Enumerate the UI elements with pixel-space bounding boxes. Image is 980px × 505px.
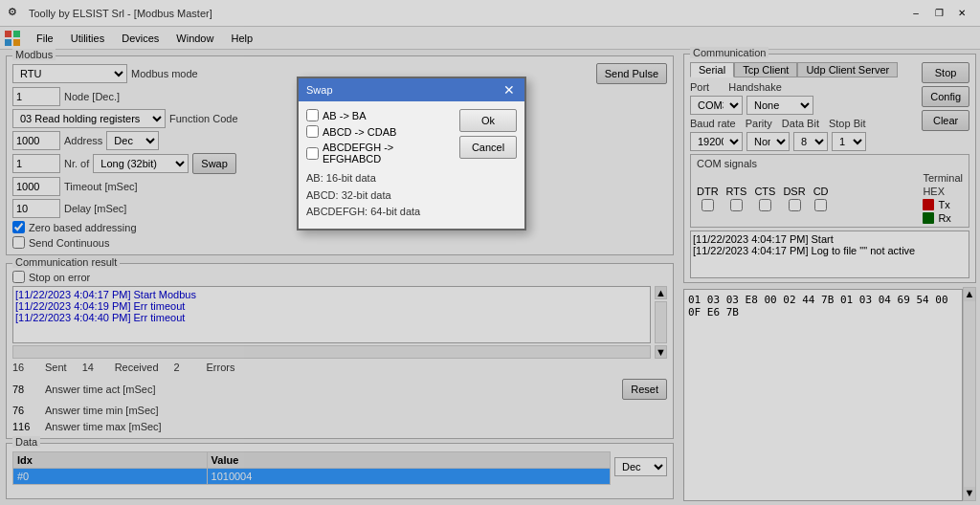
swap-label-2: ABCDEFGH -> EFGHABCD (323, 142, 448, 165)
dialog-options: AB -> BA ABCD -> CDAB ABCDEFGH -> EFGHAB… (306, 109, 448, 221)
swap-label-1: ABCD -> CDAB (323, 126, 396, 138)
swap-dialog: Swap ✕ AB -> BA ABCD -> CDAB ABCDEFGH (297, 77, 526, 231)
dialog-overlay: Swap ✕ AB -> BA ABCD -> CDAB ABCDEFGH (0, 0, 980, 505)
swap-option-0: AB -> BA (306, 109, 448, 121)
swap-label-0: AB -> BA (323, 110, 367, 121)
dialog-body: AB -> BA ABCD -> CDAB ABCDEFGH -> EFGHAB… (299, 101, 524, 229)
cancel-button[interactable]: Cancel (459, 136, 517, 159)
ok-button[interactable]: Ok (459, 109, 517, 132)
swap-checkbox-0[interactable] (306, 109, 319, 121)
swap-option-2: ABCDEFGH -> EFGHABCD (306, 142, 448, 165)
swap-checkbox-2[interactable] (306, 147, 319, 160)
dialog-content: AB -> BA ABCD -> CDAB ABCDEFGH -> EFGHAB… (306, 109, 517, 221)
dialog-close-button[interactable]: ✕ (501, 82, 517, 98)
dialog-title-bar: Swap ✕ (299, 78, 524, 101)
swap-checkbox-1[interactable] (306, 125, 319, 138)
swap-option-1: ABCD -> CDAB (306, 125, 448, 138)
dialog-description: AB: 16-bit data ABCD: 32-bit data ABCDEF… (306, 170, 448, 221)
dialog-buttons: Ok Cancel (459, 109, 517, 221)
dialog-title-text: Swap (306, 84, 333, 96)
